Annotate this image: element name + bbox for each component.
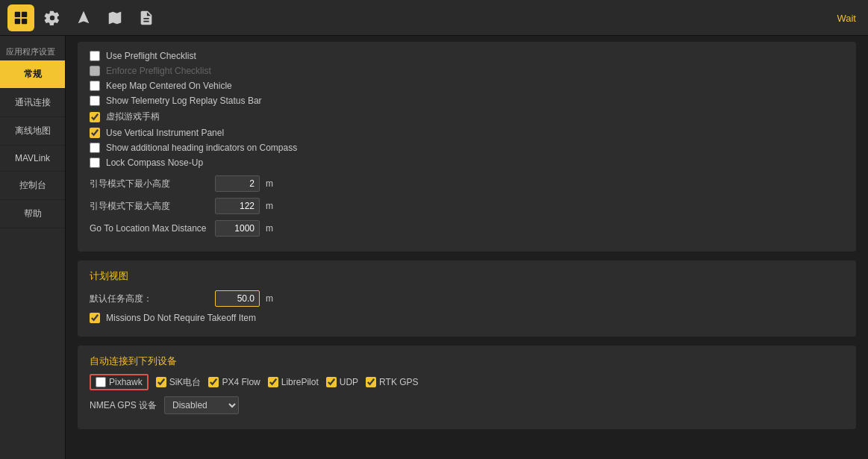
pixhawk-label: Pixhawk xyxy=(109,377,143,387)
heading-label: Show additional heading indicators on Co… xyxy=(106,143,297,153)
svg-rect-0 xyxy=(15,11,20,16)
use-preflight-checkbox[interactable] xyxy=(90,51,100,61)
keep-map-checkbox[interactable] xyxy=(90,81,100,91)
vertical-panel-checkbox[interactable] xyxy=(90,128,100,138)
virtual-gamepad-label: 虚拟游戏手柄 xyxy=(106,110,160,123)
vehicle-icon[interactable] xyxy=(70,4,97,31)
rtk-gps-label: RTK GPS xyxy=(379,377,418,387)
sidebar: 应用程序设置 常规 通讯连接 离线地图 MAVLink 控制台 帮助 xyxy=(0,36,66,459)
lock-compass-row: Lock Compass Nose-Up xyxy=(90,157,844,168)
enforce-preflight-row: Enforce Preflight Checklist xyxy=(90,66,844,76)
show-telemetry-label: Show Telemetry Log Replay Status Bar xyxy=(106,96,262,106)
vertical-panel-label: Use Vertical Instrument Panel xyxy=(106,128,224,138)
guided-min-alt-unit: m xyxy=(266,178,273,189)
goto-max-dist-input[interactable] xyxy=(215,220,260,237)
use-preflight-label: Use Preflight Checklist xyxy=(106,51,196,61)
lock-compass-label: Lock Compass Nose-Up xyxy=(106,157,203,168)
content-area: Use Preflight Checklist Enforce Prefligh… xyxy=(66,36,868,459)
sidebar-item-console[interactable]: 控制台 xyxy=(0,172,65,200)
connect-pixhawk: Pixhawk xyxy=(90,374,149,390)
keep-map-label: Keep Map Centered On Vehicle xyxy=(106,81,232,91)
guided-max-alt-unit: m xyxy=(266,201,273,211)
goto-max-dist-label: Go To Location Max Distance xyxy=(90,223,209,234)
mission-icon[interactable] xyxy=(102,4,128,31)
sik-label: SiK电台 xyxy=(169,376,202,389)
guided-max-alt-label: 引导模式下最大高度 xyxy=(90,200,209,213)
checklist-card: Use Preflight Checklist Enforce Prefligh… xyxy=(78,42,856,252)
settings-icon[interactable] xyxy=(39,4,66,31)
plan-view-title: 计划视图 xyxy=(90,269,844,283)
virtual-gamepad-checkbox[interactable] xyxy=(90,112,100,122)
sidebar-item-offline-map[interactable]: 离线地图 xyxy=(0,117,65,146)
px4flow-checkbox[interactable] xyxy=(208,377,219,387)
auto-connect-title: 自动连接到下列设备 xyxy=(90,355,844,368)
connect-sik: SiK电台 xyxy=(156,376,202,389)
connect-librepilot: LibrePilot xyxy=(268,377,319,387)
guided-max-alt-row: 引导模式下最大高度 m xyxy=(90,198,844,214)
auto-connect-devices-row: Pixhawk SiK电台 PX4 Flow LibrePilot UDP xyxy=(90,374,844,390)
sidebar-item-comms[interactable]: 通讯连接 xyxy=(0,89,65,117)
default-alt-row: 默认任务高度： m xyxy=(90,290,844,307)
heading-checkbox[interactable] xyxy=(90,143,100,153)
svg-rect-2 xyxy=(15,18,20,23)
guided-min-alt-row: 引导模式下最小高度 m xyxy=(90,175,844,192)
app-icon[interactable] xyxy=(7,4,34,31)
default-alt-label: 默认任务高度： xyxy=(90,293,209,305)
auto-connect-card: 自动连接到下列设备 Pixhawk SiK电台 PX4 Flow LibrePi… xyxy=(78,346,856,429)
svg-rect-1 xyxy=(22,11,27,16)
keep-map-row: Keep Map Centered On Vehicle xyxy=(90,81,844,91)
log-icon[interactable] xyxy=(133,4,160,31)
udp-checkbox[interactable] xyxy=(326,377,337,387)
librepilot-checkbox[interactable] xyxy=(268,377,278,387)
udp-label: UDP xyxy=(340,377,358,387)
nmea-select[interactable]: Disabled Enabled xyxy=(164,396,239,414)
sidebar-title: 应用程序设置 xyxy=(0,42,65,60)
missions-no-takeoff-checkbox[interactable] xyxy=(90,313,100,323)
heading-row: Show additional heading indicators on Co… xyxy=(90,143,844,153)
missions-no-takeoff-row: Missions Do Not Require Takeoff Item xyxy=(90,313,844,323)
connect-px4flow: PX4 Flow xyxy=(208,377,260,387)
pixhawk-checkbox[interactable] xyxy=(96,377,106,387)
vertical-panel-row: Use Vertical Instrument Panel xyxy=(90,128,844,138)
enforce-preflight-label: Enforce Preflight Checklist xyxy=(106,66,211,76)
sidebar-item-general[interactable]: 常规 xyxy=(0,60,65,89)
plan-view-card: 计划视图 默认任务高度： m Missions Do Not Require T… xyxy=(78,260,856,337)
show-telemetry-row: Show Telemetry Log Replay Status Bar xyxy=(90,96,844,106)
enforce-preflight-checkbox xyxy=(90,66,100,76)
main-layout: 应用程序设置 常规 通讯连接 离线地图 MAVLink 控制台 帮助 Use P… xyxy=(0,36,868,459)
svg-rect-3 xyxy=(22,18,27,23)
guided-max-alt-input[interactable] xyxy=(215,198,260,214)
connect-rtk-gps: RTK GPS xyxy=(366,377,418,387)
show-telemetry-checkbox[interactable] xyxy=(90,96,100,106)
goto-max-dist-unit: m xyxy=(266,223,273,234)
lock-compass-checkbox[interactable] xyxy=(90,157,100,168)
rtk-gps-checkbox[interactable] xyxy=(366,377,376,387)
nmea-label: NMEA GPS 设备 xyxy=(90,399,157,412)
connect-udp: UDP xyxy=(326,377,358,387)
default-alt-input[interactable] xyxy=(215,290,260,307)
sidebar-item-help[interactable]: 帮助 xyxy=(0,200,65,228)
virtual-gamepad-row: 虚拟游戏手柄 xyxy=(90,110,844,123)
nmea-row: NMEA GPS 设备 Disabled Enabled xyxy=(90,396,844,414)
librepilot-label: LibrePilot xyxy=(281,377,319,387)
px4flow-label: PX4 Flow xyxy=(222,377,260,387)
wait-status: Wait xyxy=(837,12,856,23)
guided-min-alt-input[interactable] xyxy=(215,175,260,192)
use-preflight-row: Use Preflight Checklist xyxy=(90,51,844,61)
toolbar: Wait xyxy=(0,0,868,36)
goto-max-dist-row: Go To Location Max Distance m xyxy=(90,220,844,237)
sidebar-item-mavlink[interactable]: MAVLink xyxy=(0,146,65,172)
default-alt-unit: m xyxy=(266,293,273,304)
missions-no-takeoff-label: Missions Do Not Require Takeoff Item xyxy=(106,313,256,323)
guided-min-alt-label: 引导模式下最小高度 xyxy=(90,178,209,190)
sik-checkbox[interactable] xyxy=(156,377,166,387)
